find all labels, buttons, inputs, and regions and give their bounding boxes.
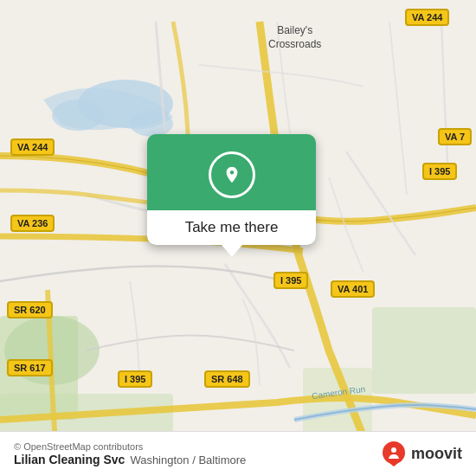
route-badge-i395-bottom: I 395 [118, 370, 152, 388]
moovit-text: moovit [411, 445, 462, 463]
route-badge-sr648: SR 648 [204, 370, 250, 388]
bottom-bar: © OpenStreetMap contributors Lilian Clea… [0, 431, 476, 476]
moovit-icon [380, 441, 408, 468]
popup-label[interactable]: Take me there [147, 210, 316, 245]
popup-card[interactable]: Take me there [147, 134, 316, 245]
svg-point-9 [391, 447, 396, 453]
popup-icon-area [147, 134, 316, 210]
svg-rect-5 [372, 307, 476, 394]
location-pin-icon [222, 165, 241, 184]
popup-tail [222, 245, 242, 257]
copyright-text: © OpenStreetMap contributors [14, 441, 246, 452]
route-badge-va401: VA 401 [331, 280, 375, 298]
route-badge-i395-right: I 395 [422, 163, 457, 180]
location-pin-circle [209, 151, 255, 198]
route-badge-i395-center: I 395 [273, 272, 308, 289]
map-container: Bailey'sCrossroads VA 244 VA 7 I 395 VA … [0, 0, 476, 476]
route-badge-va244-top: VA 244 [405, 9, 449, 26]
route-badge-sr617: SR 617 [7, 359, 53, 376]
route-badge-va244-left: VA 244 [10, 138, 55, 156]
route-badge-va7: VA 7 [438, 128, 472, 145]
route-badge-va236: VA 236 [10, 215, 55, 232]
place-name: Lilian Cleaning Svc [14, 453, 125, 466]
baileys-crossroads-label: Bailey'sCrossroads [268, 24, 321, 51]
place-region: Washington / Baltimore [130, 453, 246, 466]
moovit-logo: moovit [380, 441, 462, 468]
route-badge-sr620: SR 620 [7, 301, 53, 318]
